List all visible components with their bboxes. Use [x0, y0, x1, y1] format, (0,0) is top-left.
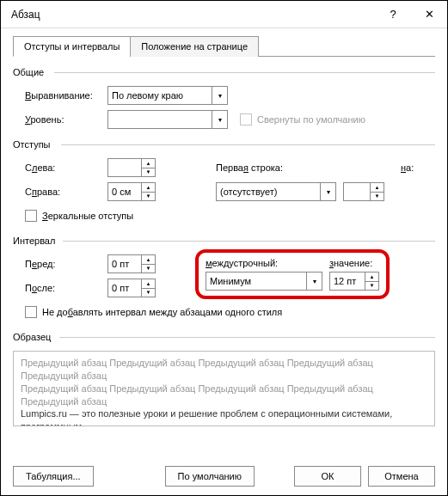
- combo-level[interactable]: ▾: [107, 110, 228, 129]
- cancel-button[interactable]: Отмена: [368, 466, 435, 487]
- group-indent: Отступы Слева: ▲▼ Первая строка: на: Спр…: [13, 139, 435, 225]
- label-right: Справа:: [13, 187, 107, 197]
- spin-value[interactable]: 12 пт ▲▼: [329, 272, 379, 291]
- label-linespacing: междустрочный:: [206, 258, 317, 268]
- spinner-icon: ▲▼: [141, 183, 155, 200]
- chevron-down-icon: ▾: [212, 111, 227, 128]
- help-button[interactable]: ?: [375, 1, 411, 28]
- chevron-down-icon: ▾: [320, 183, 335, 200]
- combo-linespacing[interactable]: Минимум ▾: [206, 272, 322, 291]
- combo-align-value: По левому краю: [112, 90, 183, 101]
- checkbox-mirror[interactable]: [25, 210, 37, 222]
- spin-right[interactable]: 0 см ▲▼: [107, 182, 156, 201]
- spinner-icon: ▲▼: [141, 279, 155, 297]
- spinner-icon: ▲▼: [370, 183, 384, 200]
- spinner-icon: ▲▼: [141, 159, 155, 176]
- group-title-spacing: Интервал: [13, 236, 435, 246]
- group-preview: Образец Предыдущий абзац Предыдущий абза…: [13, 332, 435, 426]
- checkbox-collapsed: [240, 113, 252, 126]
- label-by: на:: [401, 162, 435, 173]
- label-collapsed: Свернуты по умолчанию: [257, 114, 365, 125]
- combo-linespacing-value: Минимум: [210, 276, 251, 286]
- spin-left[interactable]: ▲▼: [107, 158, 156, 177]
- dialog-title: Абзац: [11, 9, 375, 21]
- spin-value-value: 12 пт: [334, 276, 356, 286]
- preview-line: Lumpics.ru — это полезные уроки и решени…: [21, 407, 427, 426]
- tabs-button[interactable]: Табуляция...: [13, 466, 94, 487]
- checkbox-nospace[interactable]: [25, 306, 37, 318]
- paragraph-dialog: Абзац ? ✕ Отступы и интервалы Положение …: [0, 0, 448, 496]
- spin-by[interactable]: ▲▼: [343, 182, 384, 201]
- label-mirror: Зеркальные отступы: [42, 211, 133, 221]
- combo-align[interactable]: По левому краю ▾: [107, 86, 228, 105]
- label-before: Перед:: [13, 259, 107, 269]
- label-value: значение:: [329, 258, 372, 268]
- spin-before-value: 0 пт: [112, 259, 129, 269]
- label-level: Уровень:: [13, 114, 107, 125]
- label-firstline: Первая строка:: [216, 162, 310, 173]
- spin-right-value: 0 см: [112, 187, 131, 197]
- close-button[interactable]: ✕: [411, 1, 447, 28]
- preview-box: Предыдущий абзац Предыдущий абзац Предыд…: [13, 351, 435, 426]
- dialog-body: Отступы и интервалы Положение на страниц…: [1, 28, 447, 457]
- preview-line: Предыдущий абзац Предыдущий абзац Предыд…: [21, 383, 427, 408]
- spin-after[interactable]: 0 пт ▲▼: [107, 279, 156, 297]
- default-button[interactable]: По умолчанию: [165, 466, 255, 487]
- group-title-common: Общие: [13, 67, 435, 77]
- titlebar: Абзац ? ✕: [1, 1, 447, 28]
- tab-indents[interactable]: Отступы и интервалы: [13, 36, 131, 57]
- preview-line: Предыдущий абзац Предыдущий абзац Предыд…: [21, 357, 427, 383]
- spinner-icon: ▲▼: [365, 272, 378, 290]
- ok-button[interactable]: ОК: [294, 466, 361, 487]
- group-title-preview: Образец: [13, 332, 435, 342]
- group-common: Общие ВВыравнивание:ыравнивание: По лево…: [13, 67, 435, 129]
- spinner-icon: ▲▼: [141, 255, 155, 272]
- tab-position[interactable]: Положение на странице: [130, 36, 259, 57]
- highlight-box: междустрочный: значение: Минимум ▾ 12 пт…: [195, 249, 390, 299]
- spin-after-value: 0 пт: [112, 283, 129, 293]
- label-nospace: Не добавлять интервал между абзацами одн…: [42, 307, 282, 317]
- group-spacing: Интервал Перед: 0 пт ▲▼ После: 0 пт: [13, 236, 435, 321]
- label-align: ВВыравнивание:ыравнивание:: [13, 90, 107, 101]
- label-after: После:: [13, 283, 107, 293]
- chevron-down-icon: ▾: [212, 87, 227, 104]
- footer: Табуляция... По умолчанию ОК Отмена: [1, 457, 447, 495]
- group-title-indent: Отступы: [13, 139, 435, 150]
- combo-firstline[interactable]: (отсутствует) ▾: [216, 182, 336, 201]
- chevron-down-icon: ▾: [306, 272, 322, 290]
- label-left: Слева:: [13, 162, 107, 173]
- tab-strip: Отступы и интервалы Положение на страниц…: [13, 35, 435, 57]
- spin-before[interactable]: 0 пт ▲▼: [107, 254, 156, 273]
- combo-firstline-value: (отсутствует): [220, 187, 277, 197]
